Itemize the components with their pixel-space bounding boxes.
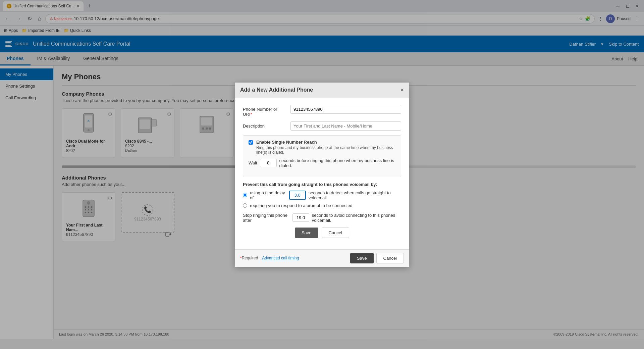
stop-ring-input[interactable] (292, 213, 309, 222)
time-delay-suffix: seconds to detect when calls go straight… (309, 190, 401, 200)
enable-snr-content: Enable Single Number Reach Ring this pho… (256, 140, 395, 155)
modal-footer-buttons: Save Cancel (350, 253, 404, 263)
modal-inner-buttons: Save Cancel (243, 228, 401, 238)
time-delay-input[interactable] (289, 191, 306, 200)
modal-footer-left: *Required Advanced call timing (240, 256, 299, 260)
enable-snr-section: Enable Single Number Reach Ring this pho… (243, 135, 401, 177)
stop-ring-row: Stop ringing this phone after seconds to… (243, 213, 401, 223)
add-phone-modal: Add a New Additional Phone × Phone Numbe… (235, 83, 409, 267)
radio-prompt[interactable] (243, 203, 247, 208)
phone-number-row: Phone Number or URI* (243, 105, 401, 117)
enable-snr-desc: Ring this phone and my business phone at… (256, 145, 395, 155)
inner-save-button[interactable]: Save (295, 228, 318, 238)
enable-snr-checkbox[interactable] (249, 140, 253, 145)
phone-number-input[interactable] (290, 105, 401, 114)
stop-ring-label: Stop ringing this phone after (243, 213, 290, 223)
description-input[interactable] (290, 121, 401, 131)
wait-input[interactable] (260, 159, 277, 167)
advanced-timing-link[interactable]: Advanced call timing (262, 256, 299, 260)
inner-cancel-button[interactable]: Cancel (322, 228, 349, 238)
radio1-label: using a time delay of (250, 190, 286, 200)
wait-label: Wait (249, 160, 257, 165)
description-label: Description (243, 121, 286, 129)
modal-title: Add a New Additional Phone (240, 87, 313, 93)
modal-header: Add a New Additional Phone × (235, 83, 409, 98)
enable-snr-label: Enable Single Number Reach (256, 140, 395, 145)
prevent-voicemail-section: Prevent this call from going straight to… (243, 182, 401, 208)
radio-time-delay-row: using a time delay of seconds to detect … (243, 190, 401, 200)
wait-row: Wait seconds before ringing this phone w… (249, 158, 395, 168)
modal-overlay: Add a New Additional Phone × Phone Numbe… (0, 0, 644, 339)
description-row: Description (243, 121, 401, 131)
footer-cancel-button[interactable]: Cancel (376, 253, 404, 263)
modal-body: Phone Number or URI* Description Enable … (235, 98, 409, 249)
modal-footer: *Required Advanced call timing Save Canc… (235, 249, 409, 267)
enable-snr-row: Enable Single Number Reach Ring this pho… (249, 140, 395, 155)
radio-prompt-row: requiring you to respond to a prompt to … (243, 203, 401, 208)
wait-suffix: seconds before ringing this phone when m… (279, 158, 395, 168)
radio2-label: requiring you to respond to a prompt to … (250, 203, 353, 208)
footer-save-button[interactable]: Save (350, 253, 374, 263)
phone-number-label: Phone Number or URI* (243, 105, 286, 117)
prevent-title: Prevent this call from going straight to… (243, 182, 401, 187)
required-note: *Required (240, 256, 258, 260)
stop-ring-suffix: seconds to avoid connecting to this phon… (312, 213, 401, 223)
radio-time-delay[interactable] (243, 193, 247, 197)
modal-close-button[interactable]: × (400, 87, 404, 94)
